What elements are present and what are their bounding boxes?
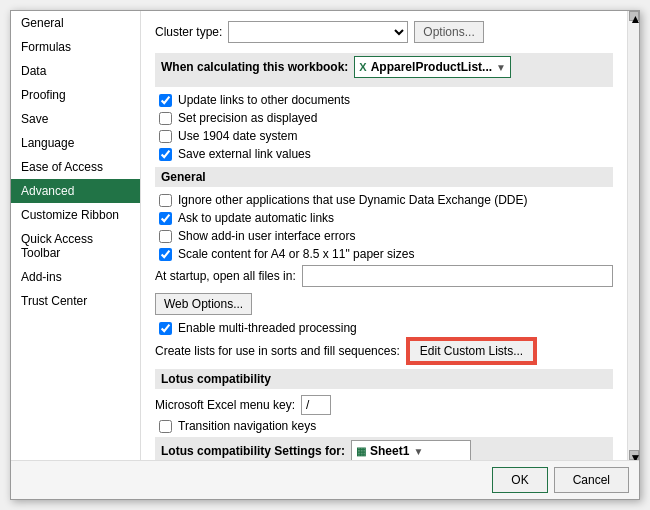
- sidebar-item-advanced[interactable]: Advanced: [11, 179, 140, 203]
- use-1904-checkbox[interactable]: [159, 130, 172, 143]
- edit-custom-lists-button[interactable]: Edit Custom Lists...: [408, 339, 535, 363]
- sidebar-item-general[interactable]: General: [11, 11, 140, 35]
- checkbox-show-addin: Show add-in user interface errors: [155, 229, 613, 243]
- scrollbar[interactable]: ▲ ▼: [627, 11, 639, 460]
- sidebar-item-formulas[interactable]: Formulas: [11, 35, 140, 59]
- startup-row: At startup, open all files in:: [155, 265, 613, 287]
- sheet-icon: ▦: [356, 445, 366, 458]
- when-calculating-label: When calculating this workbook:: [161, 60, 348, 74]
- ok-button[interactable]: OK: [492, 467, 547, 493]
- checkbox-use-1904: Use 1904 date system: [155, 129, 613, 143]
- show-addin-label: Show add-in user interface errors: [178, 229, 355, 243]
- set-precision-checkbox[interactable]: [159, 112, 172, 125]
- lotus-menu-key-label: Microsoft Excel menu key:: [155, 398, 295, 412]
- workbook-dropdown[interactable]: X ApparelProductList... ▼: [354, 56, 511, 78]
- general-section-header: General: [155, 167, 613, 187]
- create-lists-label: Create lists for use in sorts and fill s…: [155, 344, 400, 358]
- lotus-menu-key-input[interactable]: [301, 395, 331, 415]
- transition-nav-checkbox[interactable]: [159, 420, 172, 433]
- cluster-type-row: Cluster type: Options...: [155, 21, 613, 43]
- excel-icon: X: [359, 61, 366, 73]
- set-precision-label: Set precision as displayed: [178, 111, 317, 125]
- calc-checkboxes: Update links to other documents Set prec…: [155, 93, 613, 161]
- save-external-label: Save external link values: [178, 147, 311, 161]
- sidebar-item-add-ins[interactable]: Add-ins: [11, 265, 140, 289]
- checkbox-ask-update: Ask to update automatic links: [155, 211, 613, 225]
- save-external-checkbox[interactable]: [159, 148, 172, 161]
- when-calculating-header: When calculating this workbook: X Appare…: [155, 53, 613, 87]
- sidebar-item-ease-of-access[interactable]: Ease of Access: [11, 155, 140, 179]
- lotus-key-row: Microsoft Excel menu key:: [155, 395, 613, 415]
- sidebar-item-trust-center[interactable]: Trust Center: [11, 289, 140, 313]
- excel-options-dialog: GeneralFormulasDataProofingSaveLanguageE…: [10, 10, 640, 500]
- dropdown-arrow-icon: ▼: [496, 62, 506, 73]
- lotus-dropdown-arrow-icon: ▼: [413, 446, 423, 457]
- workbook-name: ApparelProductList...: [371, 60, 492, 74]
- scroll-down-arrow[interactable]: ▼: [629, 450, 639, 460]
- ignore-dde-checkbox[interactable]: [159, 194, 172, 207]
- checkbox-multithreaded: Enable multi-threaded processing: [155, 321, 613, 335]
- lotus-section-header: Lotus compatibility: [155, 369, 613, 389]
- startup-input[interactable]: [302, 265, 613, 287]
- show-addin-checkbox[interactable]: [159, 230, 172, 243]
- cancel-button[interactable]: Cancel: [554, 467, 629, 493]
- update-links-label: Update links to other documents: [178, 93, 350, 107]
- update-links-checkbox[interactable]: [159, 94, 172, 107]
- lotus-sheet-name: Sheet1: [370, 444, 409, 458]
- create-lists-row: Create lists for use in sorts and fill s…: [155, 339, 613, 363]
- scale-content-label: Scale content for A4 or 8.5 x 11" paper …: [178, 247, 414, 261]
- sidebar: GeneralFormulasDataProofingSaveLanguageE…: [11, 11, 141, 460]
- dialog-body: GeneralFormulasDataProofingSaveLanguageE…: [11, 11, 639, 460]
- ask-update-checkbox[interactable]: [159, 212, 172, 225]
- multithreaded-checkbox[interactable]: [159, 322, 172, 335]
- dialog-footer: OK Cancel: [11, 460, 639, 499]
- lotus-for-row: Lotus compatibility Settings for: ▦ Shee…: [161, 440, 607, 460]
- checkbox-ignore-dde: Ignore other applications that use Dynam…: [155, 193, 613, 207]
- startup-label: At startup, open all files in:: [155, 269, 296, 283]
- options-button[interactable]: Options...: [414, 21, 483, 43]
- sidebar-item-save[interactable]: Save: [11, 107, 140, 131]
- scroll-up-arrow[interactable]: ▲: [629, 11, 639, 21]
- transition-nav-label: Transition navigation keys: [178, 419, 316, 433]
- sidebar-item-customize-ribbon[interactable]: Customize Ribbon: [11, 203, 140, 227]
- lotus-settings-header: Lotus compatibility Settings for: ▦ Shee…: [155, 437, 613, 460]
- sidebar-item-quick-access-toolbar[interactable]: Quick Access Toolbar: [11, 227, 140, 265]
- cluster-type-select[interactable]: [228, 21, 408, 43]
- sidebar-item-language[interactable]: Language: [11, 131, 140, 155]
- main-content: Cluster type: Options... When calculatin…: [141, 11, 627, 460]
- ask-update-label: Ask to update automatic links: [178, 211, 334, 225]
- lotus-for-dropdown[interactable]: ▦ Sheet1 ▼: [351, 440, 471, 460]
- checkbox-transition-nav: Transition navigation keys: [155, 419, 613, 433]
- sidebar-item-proofing[interactable]: Proofing: [11, 83, 140, 107]
- calc-row: When calculating this workbook: X Appare…: [161, 56, 607, 78]
- checkbox-set-precision: Set precision as displayed: [155, 111, 613, 125]
- ignore-dde-label: Ignore other applications that use Dynam…: [178, 193, 528, 207]
- checkbox-save-external: Save external link values: [155, 147, 613, 161]
- web-options-button[interactable]: Web Options...: [155, 293, 252, 315]
- cluster-type-label: Cluster type:: [155, 25, 222, 39]
- use-1904-label: Use 1904 date system: [178, 129, 297, 143]
- scale-content-checkbox[interactable]: [159, 248, 172, 261]
- multithreaded-label: Enable multi-threaded processing: [178, 321, 357, 335]
- checkbox-scale-content: Scale content for A4 or 8.5 x 11" paper …: [155, 247, 613, 261]
- lotus-settings-label: Lotus compatibility Settings for:: [161, 444, 345, 458]
- checkbox-update-links: Update links to other documents: [155, 93, 613, 107]
- sidebar-item-data[interactable]: Data: [11, 59, 140, 83]
